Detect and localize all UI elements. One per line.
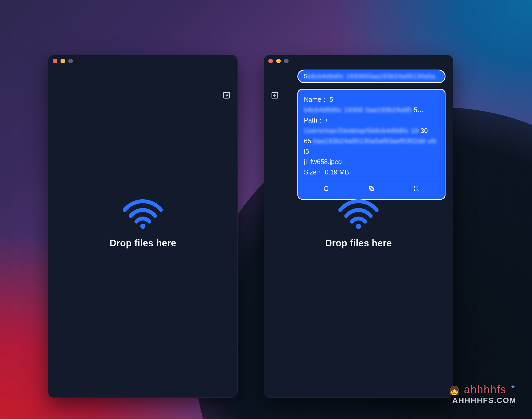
copy-icon bbox=[368, 184, 375, 194]
file-path-prefix: / bbox=[325, 117, 327, 124]
file-info-card: Name： 5 b8cb4d9d0c 19306 0aa193b24a95 5…… bbox=[297, 89, 445, 200]
qr-icon bbox=[414, 184, 420, 194]
window-fullscreen-button[interactable] bbox=[284, 59, 289, 63]
watermark-line1: ahhhhfs bbox=[464, 383, 506, 396]
file-path-mid-1: 30 bbox=[421, 127, 428, 134]
delete-button[interactable] bbox=[304, 184, 349, 194]
window-minimize-button[interactable] bbox=[61, 59, 65, 63]
app-window-right: 5 b8cb4d9d0c 1930650aa193b24a95130a5a … … bbox=[264, 55, 453, 398]
import-button[interactable] bbox=[271, 91, 279, 100]
window-close-button[interactable] bbox=[268, 59, 273, 63]
file-name-suffix: 5… bbox=[414, 106, 424, 113]
card-actions bbox=[304, 183, 439, 196]
file-name-blurred: b8cb4d9d0c 19306 0aa193b24a95 bbox=[304, 105, 412, 115]
svg-rect-9 bbox=[417, 189, 418, 190]
svg-point-1 bbox=[140, 224, 145, 229]
svg-rect-7 bbox=[417, 186, 419, 188]
qr-button[interactable] bbox=[394, 184, 439, 194]
sparkle-icon: ✦ bbox=[510, 383, 516, 391]
file-path-label: Path： bbox=[304, 117, 324, 124]
file-size-label: Size： bbox=[304, 168, 323, 176]
file-path-tail: jl_fw658.jpeg bbox=[304, 158, 342, 165]
import-icon bbox=[271, 91, 279, 100]
dropzone-label: Drop files here bbox=[110, 238, 176, 249]
trash-icon bbox=[323, 184, 329, 194]
file-path-blur-2: 0aa193b24a95130a5af83aef0302dd uN bbox=[313, 136, 436, 146]
wifi-icon bbox=[336, 196, 381, 231]
svg-rect-3 bbox=[325, 187, 328, 191]
dropzone[interactable]: Drop files here bbox=[48, 196, 238, 249]
dropzone[interactable]: Drop files here bbox=[264, 196, 453, 249]
file-path-mid-2: l5 bbox=[304, 148, 309, 155]
import-icon bbox=[223, 91, 230, 100]
svg-rect-10 bbox=[418, 190, 419, 191]
dropzone-label: Drop files here bbox=[325, 238, 392, 249]
card-divider bbox=[303, 181, 440, 181]
file-pill-suffix: … bbox=[435, 73, 442, 80]
wifi-icon bbox=[121, 196, 165, 231]
watermark: 👧 ahhhhfs ✦ AHHHHFS.COM bbox=[449, 383, 516, 405]
file-name-label: Name： bbox=[304, 96, 328, 103]
svg-rect-6 bbox=[414, 186, 416, 188]
watermark-line2: AHHHHFS.COM bbox=[449, 396, 516, 405]
svg-rect-8 bbox=[414, 189, 416, 191]
window-close-button[interactable] bbox=[53, 59, 57, 63]
window-fullscreen-button[interactable] bbox=[68, 59, 73, 63]
file-pill-prefix: 5 bbox=[304, 73, 307, 80]
svg-point-11 bbox=[356, 224, 361, 229]
window-minimize-button[interactable] bbox=[276, 59, 281, 63]
copy-button[interactable] bbox=[349, 184, 394, 194]
titlebar[interactable] bbox=[264, 55, 453, 67]
file-size-value: 0.19 MB bbox=[325, 168, 349, 176]
app-window-left: Drop files here bbox=[48, 55, 238, 398]
import-button[interactable] bbox=[223, 91, 230, 100]
file-name-prefix: 5 bbox=[330, 96, 333, 103]
file-pill[interactable]: 5 b8cb4d9d0c 1930650aa193b24a95130a5a … bbox=[297, 70, 445, 83]
titlebar[interactable] bbox=[48, 55, 238, 67]
file-pill-blurred: b8cb4d9d0c 1930650aa193b24a95130a5a bbox=[307, 73, 435, 80]
file-path-line2-prefix: 65 bbox=[304, 137, 311, 145]
file-path-blur-1: Users/mac/Desktop/5b8cb4d9d0c 19 bbox=[304, 125, 419, 136]
